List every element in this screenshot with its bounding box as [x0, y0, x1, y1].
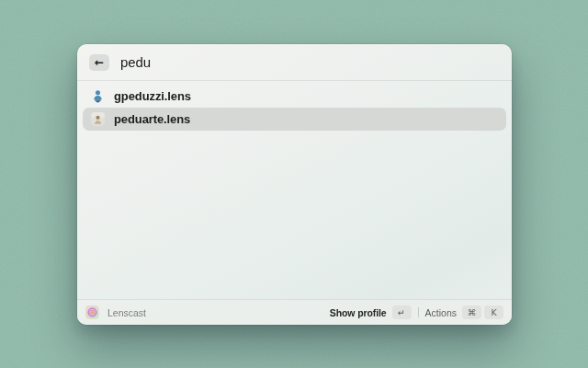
command-keycap: ⌘	[462, 305, 481, 319]
result-row-peduarte[interactable]: peduarte.lens	[83, 108, 506, 131]
footer-app-info: Lenscast	[85, 305, 330, 319]
person-avatar-icon	[91, 89, 105, 103]
search-header: ←	[77, 44, 512, 81]
footer-divider	[418, 307, 419, 317]
app-name-label: Lenscast	[107, 307, 146, 318]
footer-actions: Show profile ↵ Actions ⌘ K	[330, 305, 503, 319]
actions-label: Actions	[425, 307, 457, 318]
show-profile-label: Show profile	[330, 307, 387, 318]
photo-avatar	[91, 112, 105, 126]
footer: Lenscast Show profile ↵ Actions ⌘ K	[77, 299, 512, 325]
return-keycap: ↵	[392, 305, 412, 319]
back-button[interactable]: ←	[89, 54, 109, 71]
result-label: gpeduzzi.lens	[114, 89, 191, 103]
actions-menu-button[interactable]: Actions ⌘ K	[425, 305, 503, 319]
result-row-gpeduzzi[interactable]: gpeduzzi.lens	[83, 85, 506, 108]
launcher-window: ← gpeduzzi.lens	[77, 44, 512, 325]
search-input[interactable]	[120, 54, 500, 70]
back-arrow-icon: ←	[95, 57, 104, 68]
lenscast-ring-icon	[85, 305, 99, 319]
k-keycap: K	[484, 305, 503, 319]
actions-shortcut: ⌘ K	[462, 305, 503, 319]
show-profile-action[interactable]: Show profile ↵	[330, 305, 412, 319]
results-list: gpeduzzi.lens peduarte.lens	[77, 81, 512, 299]
result-label: peduarte.lens	[114, 112, 190, 126]
